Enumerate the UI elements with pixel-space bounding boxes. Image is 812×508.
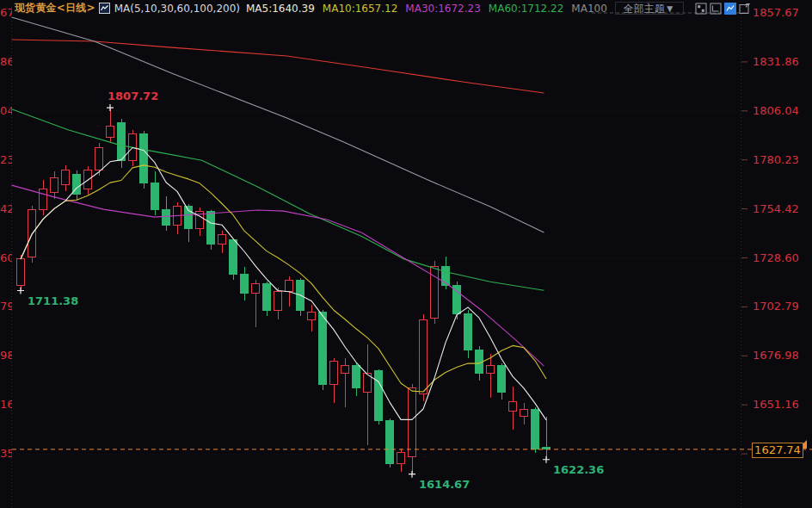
pane-chart-icon[interactable] bbox=[710, 3, 722, 15]
price-axis-label-right: 1676.98 bbox=[753, 349, 799, 362]
candle-body bbox=[330, 362, 338, 384]
extreme-cross-marker bbox=[107, 104, 114, 111]
ma-lines bbox=[12, 17, 546, 420]
candle-body bbox=[464, 314, 472, 350]
candle-body bbox=[319, 313, 327, 385]
price-axis-label-left: 42 bbox=[0, 202, 12, 216]
candle-body bbox=[107, 127, 114, 138]
price-annotations: 1807.721711.381614.671622.36 bbox=[17, 90, 604, 491]
price-axis-label-left: 60 bbox=[0, 251, 12, 265]
candle-body bbox=[241, 275, 249, 294]
ma-value-label: MA100 bbox=[571, 3, 606, 15]
candle-body bbox=[487, 365, 495, 373]
candle-body bbox=[341, 365, 349, 373]
price-axis-label-left: 79 bbox=[0, 300, 12, 313]
ma-value-label: MA30:1672.23 bbox=[405, 3, 481, 15]
current-price-tag: 1627.74 bbox=[752, 443, 803, 458]
candle-body bbox=[520, 409, 528, 417]
candle-body bbox=[274, 291, 282, 310]
price-axis-label-right: 1780.23 bbox=[753, 153, 799, 167]
candle-body bbox=[476, 350, 483, 373]
candle-body bbox=[218, 234, 226, 244]
price-axis-label-left: 86 bbox=[0, 55, 12, 69]
candle-body bbox=[375, 371, 383, 420]
price-annotation: 1807.72 bbox=[108, 90, 158, 102]
candle-body bbox=[62, 170, 70, 185]
ma-value-label: MA10:1657.12 bbox=[323, 3, 398, 15]
trading-chart-window: 1807.721711.381614.671622.36 1857.671831… bbox=[0, 0, 812, 508]
chart-style-active-icon[interactable] bbox=[724, 3, 736, 15]
candle-body bbox=[51, 177, 58, 193]
candle-body bbox=[532, 409, 539, 449]
extreme-cross-marker bbox=[17, 288, 24, 294]
price-axis-label-right: 1806.04 bbox=[753, 104, 799, 118]
price-axis-label-right: 1728.60 bbox=[753, 251, 799, 265]
chart-header: 现货黄金<日线> MA(5,10,30,60,100,200) MA5:1640… bbox=[0, 0, 812, 16]
ma-line-ma100 bbox=[12, 17, 544, 232]
ma-line-ma10 bbox=[21, 165, 546, 392]
mini-chart-icon bbox=[99, 3, 110, 14]
candle-body bbox=[397, 453, 405, 464]
ma-line-ma200 bbox=[12, 40, 544, 93]
candle-body bbox=[151, 183, 159, 210]
candle-body bbox=[252, 284, 260, 294]
candle-body bbox=[509, 401, 517, 411]
candle-body bbox=[498, 365, 506, 392]
candle-body bbox=[17, 259, 25, 286]
candle-body bbox=[353, 365, 360, 387]
price-axis-label-left: 98 bbox=[0, 349, 12, 362]
price-axis-label-left: 35 bbox=[0, 447, 12, 461]
candle-body bbox=[40, 189, 47, 209]
candle-body bbox=[185, 206, 193, 228]
candle-body bbox=[263, 284, 271, 311]
price-axis-label-right: 1831.86 bbox=[753, 55, 799, 69]
candle-body bbox=[207, 212, 215, 244]
price-axis-label-right: 1651.16 bbox=[753, 398, 799, 412]
price-annotation: 1614.67 bbox=[419, 478, 470, 491]
candle-body bbox=[95, 148, 103, 170]
candle-body bbox=[308, 313, 316, 320]
candle-body bbox=[28, 210, 36, 257]
candle-body bbox=[286, 280, 293, 291]
price-annotation: 1622.36 bbox=[553, 463, 604, 476]
ma-settings-label: MA(5,10,30,60,100,200) bbox=[114, 3, 240, 15]
ma-line-ma5 bbox=[21, 148, 546, 420]
price-axis-label-left: 23 bbox=[0, 153, 12, 167]
new-pane-icon[interactable] bbox=[739, 3, 751, 15]
extreme-cross-marker bbox=[543, 456, 550, 463]
candle-body bbox=[140, 133, 148, 183]
candle-body bbox=[163, 210, 170, 226]
ma-line-ma60 bbox=[12, 109, 544, 291]
candlestick-chart-area[interactable]: 1807.721711.381614.671622.36 bbox=[0, 0, 812, 508]
candle-body bbox=[409, 388, 416, 456]
chart-toolbar bbox=[695, 3, 751, 15]
symbol-title: 现货黄金<日线> bbox=[15, 1, 95, 15]
price-gridlines bbox=[12, 7, 748, 508]
candle-body bbox=[386, 420, 394, 464]
price-annotation: 1711.38 bbox=[28, 294, 78, 307]
theme-dropdown[interactable]: 全部主题▼ bbox=[615, 2, 684, 15]
candle-body bbox=[118, 122, 126, 160]
ma-value-label: MA60:1712.22 bbox=[489, 3, 564, 15]
candle-body bbox=[230, 240, 237, 275]
ma-value-label: MA5:1640.39 bbox=[246, 3, 315, 15]
layout-grid-icon[interactable] bbox=[695, 3, 707, 15]
candle-body bbox=[453, 286, 461, 314]
price-axis-label-right: 1702.79 bbox=[753, 300, 799, 313]
candle-body bbox=[420, 319, 428, 393]
price-axis-label-left: 16 bbox=[0, 398, 12, 412]
ma-values: MA5:1640.39MA10:1657.12MA30:1672.23MA60:… bbox=[246, 3, 615, 15]
candle-body bbox=[84, 170, 92, 189]
price-axis-label-left: 04 bbox=[0, 104, 12, 118]
extreme-cross-marker bbox=[409, 471, 415, 478]
price-axis-label-right: 1754.42 bbox=[753, 202, 799, 216]
